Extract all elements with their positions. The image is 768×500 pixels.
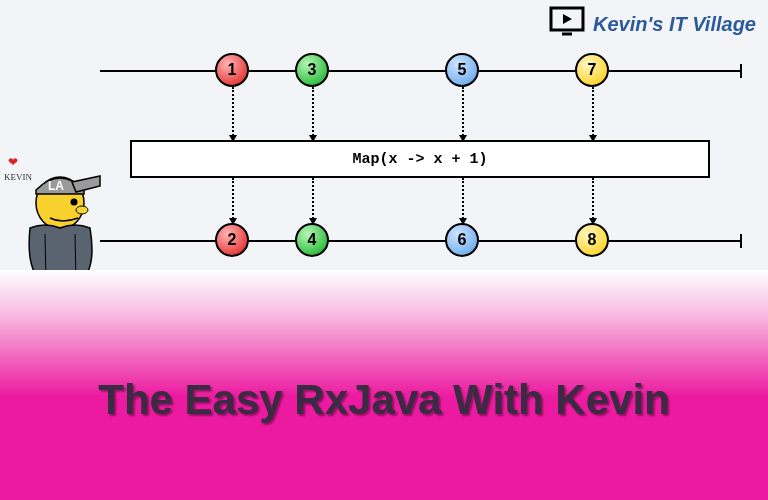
marble-diagram: 1 3 5 7 Map(x -> x + 1) 2 4 6 8 (100, 40, 740, 280)
marble-input-2: 3 (295, 53, 329, 87)
page-title: The Easy RxJava With Kevin (98, 376, 670, 424)
svg-text:LA: LA (48, 179, 64, 193)
marble-input-3: 5 (445, 53, 479, 87)
arrow-in (312, 87, 314, 140)
arrow-in (592, 87, 594, 140)
arrow-in (462, 87, 464, 140)
marble-value: 8 (588, 231, 597, 249)
marble-value: 6 (458, 231, 467, 249)
marble-value: 5 (458, 61, 467, 79)
marble-output-1: 2 (215, 223, 249, 257)
arrow-out (462, 178, 464, 223)
svg-text:KEVIN: KEVIN (4, 172, 32, 182)
arrow-in (232, 87, 234, 140)
svg-marker-1 (563, 14, 572, 24)
marble-value: 7 (588, 61, 597, 79)
arrow-out (592, 178, 594, 223)
marble-value: 4 (308, 231, 317, 249)
operator-box: Map(x -> x + 1) (130, 140, 710, 178)
marble-value: 2 (228, 231, 237, 249)
marble-value: 3 (308, 61, 317, 79)
marble-output-4: 8 (575, 223, 609, 257)
marble-output-2: 4 (295, 223, 329, 257)
brand-logo: Kevin's IT Village (549, 6, 756, 42)
marble-input-4: 7 (575, 53, 609, 87)
marble-input-1: 1 (215, 53, 249, 87)
arrow-out (232, 178, 234, 223)
marble-output-3: 6 (445, 223, 479, 257)
output-timeline (100, 240, 740, 242)
tv-play-icon (549, 6, 585, 42)
svg-point-7 (71, 199, 78, 206)
svg-point-8 (76, 206, 88, 214)
input-timeline (100, 70, 740, 72)
brand-name: Kevin's IT Village (593, 13, 756, 36)
arrow-out (312, 178, 314, 223)
svg-text:❤: ❤ (8, 155, 18, 169)
operator-label: Map(x -> x + 1) (352, 151, 487, 168)
marble-value: 1 (228, 61, 237, 79)
title-banner: The Easy RxJava With Kevin (0, 270, 768, 500)
